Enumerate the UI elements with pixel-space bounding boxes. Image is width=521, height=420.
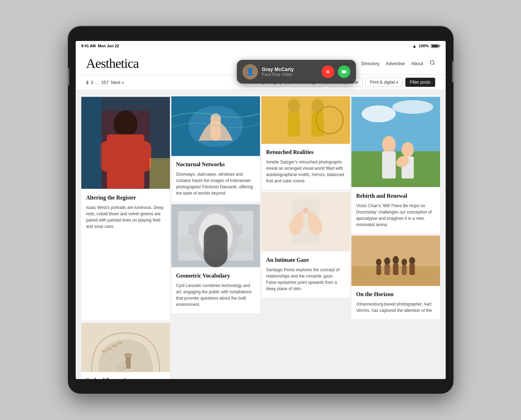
article-title-geometric: Geometric Vocabulary xyxy=(176,272,255,280)
wifi-icon: ▲ xyxy=(412,43,417,49)
site-content: Aesthetica Awards Directory Advertise Ab… xyxy=(76,51,446,379)
img-retouched xyxy=(261,96,350,145)
article-desc-intimate: Santiago Peres explores the concept of r… xyxy=(266,267,345,292)
filter-posts-btn[interactable]: Filter posts xyxy=(405,78,435,87)
article-desc-rebirth: Victor Chan's 'Will There Be Hope on Doo… xyxy=(356,203,435,228)
svg-point-52 xyxy=(392,256,399,264)
img-geometric xyxy=(171,203,260,268)
svg-rect-51 xyxy=(384,264,390,275)
status-bar: 9:41 AM Mon Jun 22 ▲ 100% xyxy=(76,41,446,51)
article-text-retouched: Retouched Realities Amelie Satzger's ret… xyxy=(261,145,350,190)
article-title-intimate: An Intimate Gaze xyxy=(266,257,345,264)
img-intimate xyxy=(261,191,350,252)
img-nocturnal xyxy=(171,96,260,157)
svg-rect-6 xyxy=(100,141,114,172)
svg-point-66 xyxy=(117,361,126,371)
article-text-scale: Scale of Perception Charlie Goodge and J… xyxy=(81,373,170,379)
status-left: 9:41 AM Mon Jun 22 xyxy=(81,44,119,48)
status-date: Mon Jun 22 xyxy=(98,44,119,48)
svg-point-40 xyxy=(382,136,396,153)
svg-rect-41 xyxy=(382,151,396,178)
article-altering-register[interactable]: Altering the Register Isaac West's portr… xyxy=(81,96,170,321)
svg-rect-23 xyxy=(233,225,243,235)
svg-rect-30 xyxy=(261,96,350,144)
battery-label: 100% xyxy=(419,44,429,48)
svg-rect-34 xyxy=(261,192,350,251)
articles-grid: Altering the Register Isaac West's portr… xyxy=(76,90,446,379)
img-scale xyxy=(81,322,170,373)
nav-about[interactable]: About xyxy=(411,61,423,66)
img-altering xyxy=(81,96,170,190)
next-page[interactable]: Next » xyxy=(111,80,124,85)
power-button[interactable] xyxy=(452,61,453,82)
article-image-horizon xyxy=(351,235,440,287)
svg-rect-20 xyxy=(180,238,193,252)
article-title-rebirth: Rebirth and Renewal xyxy=(356,192,435,200)
svg-point-42 xyxy=(402,142,414,157)
svg-rect-7 xyxy=(137,141,151,172)
page-3[interactable]: 3 xyxy=(91,80,93,85)
accept-button[interactable] xyxy=(338,65,350,78)
svg-rect-8 xyxy=(81,97,102,189)
article-title-nocturnal: Nocturnal Networks xyxy=(176,161,255,168)
filter-issue-value-btn[interactable]: Print & digital ▾ xyxy=(365,78,403,87)
article-nocturnal[interactable]: Nocturnal Networks Doorways, staircases,… xyxy=(171,96,260,202)
svg-point-48 xyxy=(376,259,382,265)
article-image-geometric xyxy=(171,203,260,268)
call-type: FaceTime Video xyxy=(262,72,317,77)
chevron-icon-2: ▾ xyxy=(396,80,398,84)
page-ellipsis: ... xyxy=(95,80,99,85)
facetime-info: Gray McCarty FaceTime Video xyxy=(262,66,317,77)
volume-button[interactable] xyxy=(68,68,69,86)
article-text-horizon: On the Horizon Johannesburg-based photog… xyxy=(351,287,440,319)
svg-rect-22 xyxy=(188,225,198,235)
svg-point-65 xyxy=(124,353,132,357)
article-title-scale: Scale of Perception xyxy=(86,377,165,379)
ipad-screen: 9:41 AM Mon Jun 22 ▲ 100% 👤 Gray McCarty… xyxy=(76,41,446,379)
svg-point-38 xyxy=(362,105,396,122)
article-retouched[interactable]: Retouched Realities Amelie Satzger's ret… xyxy=(261,96,350,190)
svg-rect-55 xyxy=(402,265,407,275)
search-icon[interactable] xyxy=(430,60,435,67)
article-text-geometric: Geometric Vocabulary Cyril Lancelin comb… xyxy=(171,268,260,313)
img-rebirth xyxy=(351,96,440,188)
article-desc-nocturnal: Doorways, staircases, windows and curtai… xyxy=(176,171,255,196)
svg-rect-9 xyxy=(149,158,170,189)
article-rebirth[interactable]: Rebirth and Renewal Victor Chan's 'Will … xyxy=(351,96,440,233)
article-desc-retouched: Amelie Satzger's retouched photographs r… xyxy=(266,159,345,184)
last-page[interactable]: 257 xyxy=(101,80,109,85)
nav-directory[interactable]: Directory xyxy=(361,61,379,66)
site-logo[interactable]: Aesthetica xyxy=(86,56,139,71)
svg-point-39 xyxy=(392,100,433,114)
current-page[interactable]: 2 xyxy=(86,80,89,85)
svg-rect-63 xyxy=(117,342,122,344)
facetime-notification: 👤 Gray McCarty FaceTime Video ✕ xyxy=(237,60,356,84)
status-time: 9:41 AM xyxy=(81,44,96,48)
img-horizon xyxy=(351,235,440,287)
article-desc-horizon: Johannesburg-based photographer, Aart Ve… xyxy=(356,301,435,314)
svg-point-56 xyxy=(409,257,415,264)
svg-point-4 xyxy=(114,111,137,138)
svg-rect-21 xyxy=(238,238,251,252)
article-intimate[interactable]: An Intimate Gaze Santiago Peres explores… xyxy=(261,191,350,298)
svg-rect-62 xyxy=(112,344,117,347)
svg-point-0 xyxy=(430,61,434,64)
nav-advertise[interactable]: Advertise xyxy=(386,61,405,66)
article-image-retouched xyxy=(261,96,350,145)
article-image-altering xyxy=(81,96,170,190)
svg-rect-64 xyxy=(125,355,131,369)
svg-rect-53 xyxy=(393,264,398,275)
article-geometric[interactable]: Geometric Vocabulary Cyril Lancelin comb… xyxy=(171,203,260,313)
article-horizon[interactable]: On the Horizon Johannesburg-based photog… xyxy=(351,235,440,319)
article-text-nocturnal: Nocturnal Networks Doorways, staircases,… xyxy=(171,157,260,202)
status-right: ▲ 100% xyxy=(412,43,440,49)
decline-button[interactable]: ✕ xyxy=(322,65,334,78)
article-scale[interactable]: Scale of Perception Charlie Goodge and J… xyxy=(81,322,170,379)
article-text-rebirth: Rebirth and Renewal Victor Chan's 'Will … xyxy=(351,188,440,233)
article-desc-altering: Isaac West's portraits are luminous. Dee… xyxy=(86,204,165,230)
article-image-nocturnal xyxy=(171,96,260,157)
svg-rect-61 xyxy=(107,347,112,350)
svg-rect-60 xyxy=(102,350,107,352)
svg-line-1 xyxy=(433,64,434,65)
article-title-altering: Altering the Register xyxy=(86,194,165,202)
